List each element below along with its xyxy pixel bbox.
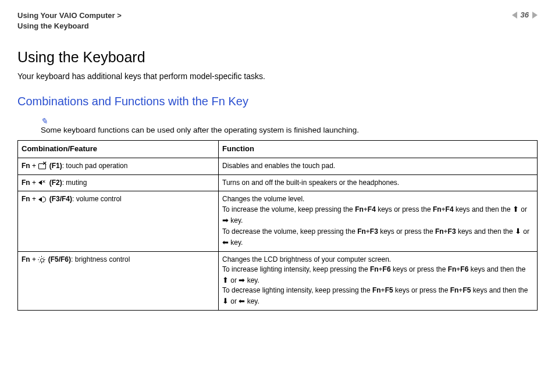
table-header-row: Combination/Feature Function [18,141,538,158]
function-cell: Disables and enables the touch pad. [219,158,538,174]
combo-cell: Fn + (F3/F4): volume control [18,191,219,252]
breadcrumb-line-1: Using Your VAIO Computer > [17,10,122,21]
combo-cell: Fn + (F2): muting [18,174,219,191]
volume-icon [38,196,47,203]
pager: 36 [512,10,538,19]
fn-label: Fn [22,195,30,203]
breadcrumb-line-2: Using the Keyboard [17,21,122,31]
table-row: Fn + (F3/F4): volume control Changes the… [18,191,538,252]
feature-label: : volume control [72,195,122,203]
mute-icon [38,179,47,186]
page-number: 36 [521,10,529,19]
fn-label: Fn [22,255,30,263]
next-page-icon[interactable] [532,12,538,19]
intro-text: Your keyboard has additional keys that p… [17,72,538,81]
feature-label: : touch pad operation [62,162,128,170]
key-label: (F2) [49,179,62,187]
page-header: Using Your VAIO Computer > Using the Key… [0,0,555,31]
breadcrumb: Using Your VAIO Computer > Using the Key… [17,10,122,31]
brightness-icon [38,256,45,263]
col-header-combination: Combination/Feature [18,141,219,158]
note-text: Some keyboard functions can be used only… [41,126,538,134]
fn-label: Fn [22,179,30,187]
feature-label: : muting [62,179,87,187]
table-row: Fn + (F5/F6): brightness control Changes… [18,251,538,310]
note-icon: ✎ [41,116,538,126]
function-cell: Turns on and off the built-in speakers o… [219,174,538,191]
feature-label: : brightness control [71,255,130,263]
content-area: Using the Keyboard Your keyboard has add… [0,31,555,310]
col-header-function: Function [219,141,538,158]
note-block: ✎ Some keyboard functions can be used on… [41,116,538,134]
touchpad-icon [38,163,47,170]
prev-page-icon[interactable] [512,12,517,19]
fn-key-table: Combination/Feature Function Fn + (F1): … [17,140,538,310]
combo-cell: Fn + (F5/F6): brightness control [18,251,219,310]
section-heading: Combinations and Functions with the Fn K… [17,95,538,108]
combo-cell: Fn + (F1): touch pad operation [18,158,219,174]
function-cell: Changes the LCD brightness of your compu… [219,251,538,310]
key-label: (F5/F6) [48,255,71,263]
key-label: (F3/F4) [49,195,72,203]
page-title: Using the Keyboard [17,49,538,66]
table-row: Fn + (F2): muting Turns on and off the b… [18,174,538,191]
key-label: (F1) [49,162,62,170]
table-row: Fn + (F1): touch pad operation Disables … [18,158,538,174]
fn-label: Fn [22,162,30,170]
function-cell: Changes the volume level.To increase the… [219,191,538,252]
